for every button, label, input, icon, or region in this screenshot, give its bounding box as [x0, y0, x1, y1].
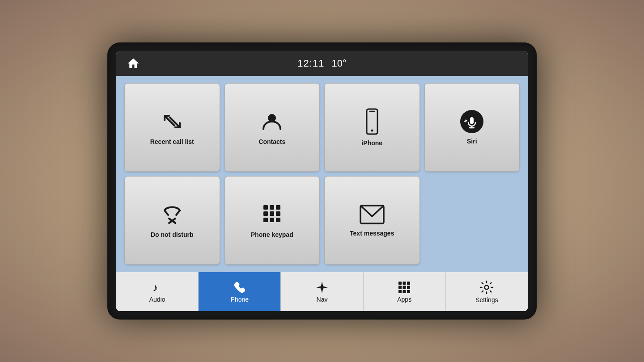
svg-rect-14 — [263, 211, 268, 216]
nav-phone[interactable]: Phone — [199, 272, 281, 311]
svg-rect-22 — [398, 282, 402, 285]
svg-rect-27 — [407, 286, 410, 289]
nav-apps[interactable]: Apps — [364, 272, 446, 311]
svg-rect-17 — [263, 218, 268, 222]
do-not-disturb-icon — [160, 202, 184, 227]
text-messages-button[interactable]: Text messages — [324, 176, 420, 265]
home-icon — [127, 57, 140, 70]
svg-line-8 — [176, 210, 180, 215]
svg-rect-26 — [403, 286, 406, 289]
apps-label: Apps — [397, 296, 411, 303]
svg-rect-12 — [270, 205, 274, 210]
phone-keypad-label: Phone keypad — [251, 231, 293, 239]
infotainment-screen: 12:11 10° Recent call list — [116, 51, 528, 311]
nav-navigation[interactable]: Nav — [281, 272, 363, 311]
siri-icon-circle — [460, 110, 483, 133]
temperature-display: 10° — [331, 58, 346, 69]
svg-rect-30 — [407, 290, 410, 293]
nav-label: Nav — [317, 296, 328, 303]
do-not-disturb-label: Do not disturb — [151, 231, 194, 239]
screen-bezel: 12:11 10° Recent call list — [107, 42, 537, 320]
clock-display: 12:11 — [297, 58, 324, 69]
do-not-disturb-button[interactable]: Do not disturb — [124, 176, 220, 265]
contacts-button[interactable]: Contacts — [225, 83, 320, 172]
text-messages-icon — [359, 204, 386, 225]
phone-keypad-button[interactable]: Phone keypad — [225, 176, 320, 265]
audio-label: Audio — [149, 296, 165, 303]
recent-call-list-button[interactable]: Recent call list — [124, 83, 220, 172]
text-messages-label: Text messages — [350, 230, 394, 237]
nav-icon — [315, 281, 329, 294]
svg-rect-24 — [407, 282, 410, 285]
nav-settings[interactable]: Settings — [446, 272, 528, 311]
iphone-button[interactable]: iPhone — [324, 83, 420, 172]
svg-rect-19 — [276, 218, 280, 222]
svg-rect-25 — [398, 286, 402, 289]
recent-calls-icon — [160, 109, 184, 134]
siri-label: Siri — [467, 138, 477, 145]
svg-rect-23 — [403, 282, 406, 285]
phone-nav-label: Phone — [231, 296, 249, 303]
svg-rect-15 — [270, 211, 274, 216]
audio-icon: ♪ — [151, 281, 164, 294]
header-bar: 12:11 10° — [116, 51, 528, 76]
home-button[interactable] — [125, 55, 141, 72]
svg-rect-18 — [270, 218, 274, 222]
settings-icon — [479, 280, 494, 295]
svg-point-3 — [371, 129, 373, 131]
contacts-label: Contacts — [258, 138, 285, 146]
siri-button[interactable]: Siri — [424, 83, 520, 172]
settings-label: Settings — [475, 296, 498, 303]
iphone-icon — [363, 108, 381, 135]
svg-rect-29 — [403, 290, 406, 293]
iphone-label: iPhone — [361, 139, 382, 147]
svg-rect-16 — [276, 211, 280, 216]
time-temp-display: 12:11 10° — [297, 58, 346, 69]
svg-point-31 — [485, 285, 489, 289]
apps-icon — [398, 281, 411, 294]
siri-icon — [464, 114, 480, 130]
contacts-icon — [260, 109, 284, 134]
empty-grid-cell — [424, 176, 520, 265]
svg-rect-28 — [398, 290, 402, 293]
svg-rect-11 — [263, 205, 268, 210]
phone-nav-icon — [233, 281, 246, 294]
svg-text:♪: ♪ — [153, 282, 158, 294]
svg-rect-13 — [276, 205, 280, 210]
nav-audio[interactable]: ♪ Audio — [116, 272, 199, 311]
phone-keypad-icon — [260, 202, 284, 227]
svg-line-7 — [165, 210, 168, 215]
main-grid: Recent call list Contacts iPhone — [116, 76, 528, 272]
bottom-navigation: ♪ Audio Phone — [116, 272, 528, 311]
recent-call-list-label: Recent call list — [150, 138, 194, 146]
